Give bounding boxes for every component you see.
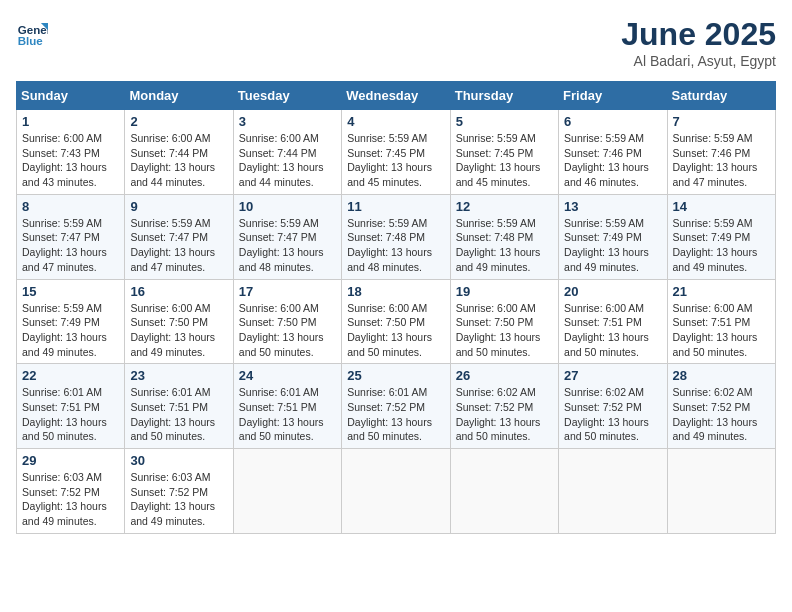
calendar-cell: 9 Sunrise: 5:59 AM Sunset: 7:47 PM Dayli…: [125, 194, 233, 279]
logo: General Blue: [16, 16, 48, 48]
day-number: 10: [239, 199, 336, 214]
day-info: Sunrise: 6:02 AM Sunset: 7:52 PM Dayligh…: [564, 385, 661, 444]
day-number: 8: [22, 199, 119, 214]
day-number: 27: [564, 368, 661, 383]
day-info: Sunrise: 5:59 AM Sunset: 7:47 PM Dayligh…: [130, 216, 227, 275]
calendar-cell: 20 Sunrise: 6:00 AM Sunset: 7:51 PM Dayl…: [559, 279, 667, 364]
calendar-cell: 22 Sunrise: 6:01 AM Sunset: 7:51 PM Dayl…: [17, 364, 125, 449]
day-number: 29: [22, 453, 119, 468]
day-info: Sunrise: 5:59 AM Sunset: 7:46 PM Dayligh…: [564, 131, 661, 190]
day-info: Sunrise: 6:03 AM Sunset: 7:52 PM Dayligh…: [22, 470, 119, 529]
day-number: 3: [239, 114, 336, 129]
calendar-cell: 6 Sunrise: 5:59 AM Sunset: 7:46 PM Dayli…: [559, 110, 667, 195]
day-number: 4: [347, 114, 444, 129]
day-info: Sunrise: 6:00 AM Sunset: 7:44 PM Dayligh…: [239, 131, 336, 190]
day-info: Sunrise: 5:59 AM Sunset: 7:49 PM Dayligh…: [22, 301, 119, 360]
day-info: Sunrise: 5:59 AM Sunset: 7:47 PM Dayligh…: [239, 216, 336, 275]
day-info: Sunrise: 6:00 AM Sunset: 7:50 PM Dayligh…: [347, 301, 444, 360]
day-number: 19: [456, 284, 553, 299]
calendar-cell: [559, 449, 667, 534]
calendar-cell: [233, 449, 341, 534]
day-number: 21: [673, 284, 770, 299]
day-info: Sunrise: 5:59 AM Sunset: 7:49 PM Dayligh…: [564, 216, 661, 275]
calendar-cell: 3 Sunrise: 6:00 AM Sunset: 7:44 PM Dayli…: [233, 110, 341, 195]
day-number: 2: [130, 114, 227, 129]
location: Al Badari, Asyut, Egypt: [621, 53, 776, 69]
day-number: 11: [347, 199, 444, 214]
calendar-cell: 29 Sunrise: 6:03 AM Sunset: 7:52 PM Dayl…: [17, 449, 125, 534]
day-number: 16: [130, 284, 227, 299]
weekday-header-sunday: Sunday: [17, 82, 125, 110]
calendar-cell: 1 Sunrise: 6:00 AM Sunset: 7:43 PM Dayli…: [17, 110, 125, 195]
calendar-cell: [450, 449, 558, 534]
calendar-cell: 25 Sunrise: 6:01 AM Sunset: 7:52 PM Dayl…: [342, 364, 450, 449]
weekday-header-thursday: Thursday: [450, 82, 558, 110]
calendar-cell: 28 Sunrise: 6:02 AM Sunset: 7:52 PM Dayl…: [667, 364, 775, 449]
day-number: 26: [456, 368, 553, 383]
day-info: Sunrise: 6:00 AM Sunset: 7:50 PM Dayligh…: [456, 301, 553, 360]
day-number: 12: [456, 199, 553, 214]
day-info: Sunrise: 6:00 AM Sunset: 7:51 PM Dayligh…: [564, 301, 661, 360]
calendar-cell: 7 Sunrise: 5:59 AM Sunset: 7:46 PM Dayli…: [667, 110, 775, 195]
day-info: Sunrise: 6:02 AM Sunset: 7:52 PM Dayligh…: [673, 385, 770, 444]
day-info: Sunrise: 6:00 AM Sunset: 7:43 PM Dayligh…: [22, 131, 119, 190]
day-number: 14: [673, 199, 770, 214]
day-number: 30: [130, 453, 227, 468]
calendar-table: SundayMondayTuesdayWednesdayThursdayFrid…: [16, 81, 776, 534]
day-info: Sunrise: 5:59 AM Sunset: 7:48 PM Dayligh…: [347, 216, 444, 275]
calendar-cell: 12 Sunrise: 5:59 AM Sunset: 7:48 PM Dayl…: [450, 194, 558, 279]
calendar-cell: 26 Sunrise: 6:02 AM Sunset: 7:52 PM Dayl…: [450, 364, 558, 449]
calendar-cell: 8 Sunrise: 5:59 AM Sunset: 7:47 PM Dayli…: [17, 194, 125, 279]
day-info: Sunrise: 6:00 AM Sunset: 7:50 PM Dayligh…: [130, 301, 227, 360]
day-number: 6: [564, 114, 661, 129]
day-info: Sunrise: 6:03 AM Sunset: 7:52 PM Dayligh…: [130, 470, 227, 529]
calendar-cell: [667, 449, 775, 534]
calendar-cell: 23 Sunrise: 6:01 AM Sunset: 7:51 PM Dayl…: [125, 364, 233, 449]
calendar-cell: 11 Sunrise: 5:59 AM Sunset: 7:48 PM Dayl…: [342, 194, 450, 279]
day-number: 15: [22, 284, 119, 299]
weekday-header-friday: Friday: [559, 82, 667, 110]
calendar-cell: 4 Sunrise: 5:59 AM Sunset: 7:45 PM Dayli…: [342, 110, 450, 195]
day-info: Sunrise: 5:59 AM Sunset: 7:47 PM Dayligh…: [22, 216, 119, 275]
day-number: 7: [673, 114, 770, 129]
day-number: 17: [239, 284, 336, 299]
calendar-cell: 5 Sunrise: 5:59 AM Sunset: 7:45 PM Dayli…: [450, 110, 558, 195]
day-info: Sunrise: 6:01 AM Sunset: 7:51 PM Dayligh…: [130, 385, 227, 444]
day-number: 20: [564, 284, 661, 299]
day-number: 13: [564, 199, 661, 214]
svg-text:Blue: Blue: [18, 35, 44, 47]
day-info: Sunrise: 5:59 AM Sunset: 7:45 PM Dayligh…: [347, 131, 444, 190]
month-title: June 2025: [621, 16, 776, 53]
calendar-cell: 24 Sunrise: 6:01 AM Sunset: 7:51 PM Dayl…: [233, 364, 341, 449]
weekday-header-monday: Monday: [125, 82, 233, 110]
logo-icon: General Blue: [16, 16, 48, 48]
day-info: Sunrise: 5:59 AM Sunset: 7:45 PM Dayligh…: [456, 131, 553, 190]
calendar-cell: 27 Sunrise: 6:02 AM Sunset: 7:52 PM Dayl…: [559, 364, 667, 449]
day-number: 23: [130, 368, 227, 383]
title-block: June 2025 Al Badari, Asyut, Egypt: [621, 16, 776, 69]
day-number: 1: [22, 114, 119, 129]
calendar-cell: 18 Sunrise: 6:00 AM Sunset: 7:50 PM Dayl…: [342, 279, 450, 364]
day-number: 28: [673, 368, 770, 383]
calendar-cell: 2 Sunrise: 6:00 AM Sunset: 7:44 PM Dayli…: [125, 110, 233, 195]
day-info: Sunrise: 6:00 AM Sunset: 7:50 PM Dayligh…: [239, 301, 336, 360]
weekday-header-tuesday: Tuesday: [233, 82, 341, 110]
day-info: Sunrise: 5:59 AM Sunset: 7:49 PM Dayligh…: [673, 216, 770, 275]
calendar-cell: 30 Sunrise: 6:03 AM Sunset: 7:52 PM Dayl…: [125, 449, 233, 534]
day-number: 24: [239, 368, 336, 383]
day-number: 5: [456, 114, 553, 129]
calendar-cell: 10 Sunrise: 5:59 AM Sunset: 7:47 PM Dayl…: [233, 194, 341, 279]
day-number: 9: [130, 199, 227, 214]
day-number: 18: [347, 284, 444, 299]
day-number: 22: [22, 368, 119, 383]
day-info: Sunrise: 6:00 AM Sunset: 7:51 PM Dayligh…: [673, 301, 770, 360]
calendar-cell: 15 Sunrise: 5:59 AM Sunset: 7:49 PM Dayl…: [17, 279, 125, 364]
calendar-cell: 14 Sunrise: 5:59 AM Sunset: 7:49 PM Dayl…: [667, 194, 775, 279]
day-info: Sunrise: 5:59 AM Sunset: 7:46 PM Dayligh…: [673, 131, 770, 190]
day-info: Sunrise: 6:00 AM Sunset: 7:44 PM Dayligh…: [130, 131, 227, 190]
page-header: General Blue June 2025 Al Badari, Asyut,…: [16, 16, 776, 69]
day-info: Sunrise: 6:01 AM Sunset: 7:51 PM Dayligh…: [239, 385, 336, 444]
day-info: Sunrise: 6:01 AM Sunset: 7:52 PM Dayligh…: [347, 385, 444, 444]
calendar-cell: 17 Sunrise: 6:00 AM Sunset: 7:50 PM Dayl…: [233, 279, 341, 364]
weekday-header-wednesday: Wednesday: [342, 82, 450, 110]
